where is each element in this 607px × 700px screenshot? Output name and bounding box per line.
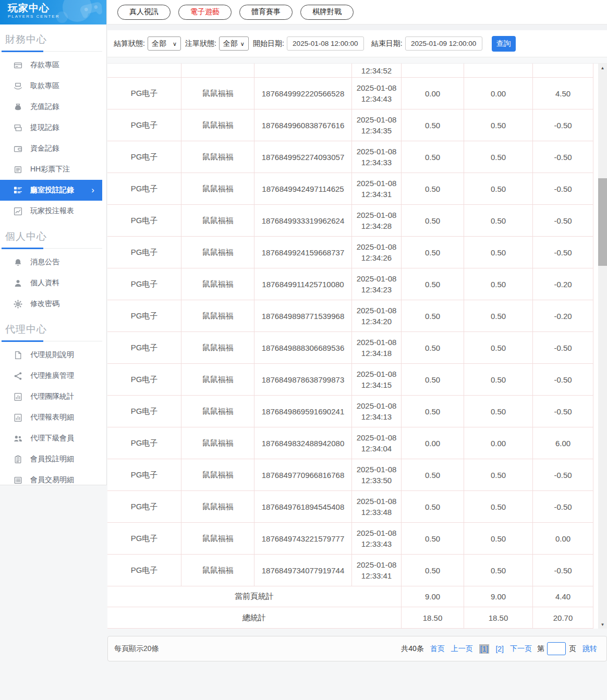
bet-id-cell: 1876849911425710080	[254, 268, 352, 300]
table-row-partial: 12:34:52	[107, 64, 593, 78]
sidebar-item-member-trades[interactable]: 會員交易明細	[0, 470, 102, 490]
page-size-text: 每頁顯示20條	[114, 644, 159, 654]
page-2-link[interactable]: [2]	[495, 645, 504, 653]
jump-page-input[interactable]	[547, 642, 566, 655]
vertical-scrollbar[interactable]: ▲ ▼	[598, 64, 607, 629]
sidebar-item-room-bet-log[interactable]: 廳室投註記錄›	[0, 180, 102, 201]
sidebar-item-cashout-log[interactable]: 提現記錄	[0, 117, 102, 138]
bet-time-cell: 2025-01-0812:34:13	[352, 396, 402, 427]
sidebar: 玩家中心 PLAYERS CENTER 財務中心存款專區取款專區充值記錄提現記錄…	[0, 0, 107, 485]
scrollbar-thumb[interactable]	[598, 178, 607, 266]
game-name-cell: 鼠鼠福福	[181, 332, 254, 363]
tab-electronic-games[interactable]: 電子遊藝	[178, 5, 232, 20]
filter-bar: 結算狀態: 全部 ∨ 注單狀態: 全部 ∨ 開始日期: 結束日期: 查詢	[107, 30, 607, 57]
sidebar-item-profile[interactable]: 個人資料	[0, 273, 102, 293]
tab-live-casino[interactable]: 真人視訊	[117, 5, 171, 20]
provider-cell: PG电子	[107, 364, 181, 395]
tab-sports[interactable]: 體育賽事	[239, 5, 293, 20]
game-name-cell: 鼠鼠福福	[181, 523, 254, 554]
bet-amount-cell: 0.50	[402, 364, 464, 395]
sidebar-item-recharge-log[interactable]: 充值記錄	[0, 96, 102, 117]
sidebar-item-funds-log[interactable]: 資金記錄	[0, 138, 102, 159]
sidebar-item-player-report[interactable]: 玩家投注報表	[0, 201, 102, 222]
winloss-cell: -0.50	[533, 396, 593, 427]
sidebar-item-label: 資金記錄	[30, 144, 59, 153]
sidebar-item-label: 代理推廣管理	[30, 371, 74, 380]
valid-bet-cell: 0.50	[464, 205, 533, 236]
bet-amount-cell: 0.50	[402, 332, 464, 363]
valid-bet-cell: 0.50	[464, 523, 533, 554]
sidebar-item-label: 代理規則說明	[30, 350, 74, 360]
provider-cell: PG电子	[107, 491, 181, 522]
sidebar-item-agent-team[interactable]: 代理團隊統計	[0, 386, 102, 407]
jump-button[interactable]: 跳转	[582, 644, 597, 654]
bet-time-cell: 2025-01-0812:33:48	[352, 491, 402, 522]
chevron-down-icon: ∨	[240, 41, 245, 46]
valid-bet-cell: 0.50	[464, 300, 533, 331]
scroll-down-arrow[interactable]: ▼	[598, 620, 607, 629]
settle-status-value: 全部	[152, 39, 166, 48]
table-row: PG电子鼠鼠福福18768499241596687372025-01-0812:…	[107, 237, 593, 268]
bet-id-cell: 1876849832488942080	[254, 427, 352, 459]
bet-time-cell: 12:34:52	[352, 64, 402, 77]
sidebar-item-password[interactable]: 修改密碼	[0, 293, 102, 314]
provider-cell: PG电子	[107, 332, 181, 363]
scroll-up-arrow[interactable]: ▲	[598, 64, 607, 72]
next-page-link[interactable]: 下一页	[510, 644, 532, 654]
bet-time-cell: 2025-01-0812:34:31	[352, 173, 402, 204]
provider-cell	[107, 64, 181, 77]
end-date-input[interactable]	[405, 36, 482, 51]
prev-page-link[interactable]: 上一页	[451, 644, 473, 654]
tab-board-games[interactable]: 棋牌對戰	[300, 5, 354, 20]
winloss-cell: -0.50	[533, 332, 593, 363]
stats-page-icon	[13, 392, 22, 401]
bet-amount-cell: 0.50	[402, 523, 464, 554]
bet-amount-cell: 0.00	[402, 427, 464, 459]
bet-id-cell: 1876849734077919744	[254, 555, 352, 586]
valid-bet-cell: 0.00	[464, 427, 533, 459]
total-summary-valid: 18.50	[464, 607, 533, 628]
start-date-input[interactable]	[287, 36, 364, 51]
bet-id-cell: 1876849898771539968	[254, 300, 352, 331]
bet-id-cell	[254, 64, 352, 77]
bet-amount-cell: 0.50	[402, 268, 464, 300]
sidebar-item-member-bets[interactable]: 會員投註明細	[0, 449, 102, 470]
sidebar-item-label: 個人資料	[30, 278, 59, 288]
game-name-cell: 鼠鼠福福	[181, 555, 254, 586]
sidebar-section-heading: 個人中心	[0, 226, 106, 248]
sidebar-item-announcements[interactable]: 消息公告	[0, 252, 102, 273]
order-status-select[interactable]: 全部 ∨	[219, 36, 249, 51]
sidebar-item-deposit[interactable]: 存款專區	[0, 55, 102, 76]
page-1-link[interactable]: [1]	[479, 644, 490, 654]
page-summary-row: 當前頁統計 9.00 9.00 4.40	[107, 586, 593, 607]
sidebar-item-agent-members[interactable]: 代理下級會員	[0, 428, 102, 449]
sidebar-item-agent-promo[interactable]: 代理推廣管理	[0, 365, 102, 386]
share-icon	[13, 371, 22, 380]
valid-bet-cell: 0.50	[464, 364, 533, 395]
sidebar-item-label: 修改密碼	[30, 299, 59, 309]
winloss-cell: -0.50	[533, 109, 593, 141]
bet-amount-cell: 0.00	[402, 78, 464, 109]
sidebar-item-hh-lottery[interactable]: HH彩票下注	[0, 159, 102, 180]
provider-cell: PG电子	[107, 427, 181, 459]
first-page-link[interactable]: 首页	[430, 644, 445, 654]
winloss-cell: -0.50	[533, 205, 593, 236]
settle-status-label: 結算狀態:	[114, 39, 145, 48]
bet-time-cell: 2025-01-0812:33:43	[352, 523, 402, 554]
sidebar-item-agent-rules[interactable]: 代理規則說明	[0, 345, 102, 365]
bet-amount-cell: 0.50	[402, 300, 464, 331]
winloss-cell: -0.50	[533, 141, 593, 173]
bet-amount-cell: 0.50	[402, 109, 464, 141]
settle-status-select[interactable]: 全部 ∨	[148, 36, 181, 51]
pagination-controls: 共40条 首页 上一页 [1] [2] 下一页 第 页 跳转	[401, 642, 597, 655]
sidebar-item-withdraw[interactable]: 取款專區	[0, 76, 102, 96]
table-row: PG电子鼠鼠福福18768499922205665282025-01-0812:…	[107, 78, 593, 109]
jump-prefix-label: 第	[537, 644, 544, 654]
spacer	[107, 57, 607, 63]
section-divider	[0, 341, 102, 341]
game-name-cell: 鼠鼠福福	[181, 78, 254, 109]
sidebar-item-agent-report[interactable]: 代理報表明細	[0, 407, 102, 428]
valid-bet-cell: 0.50	[464, 141, 533, 173]
provider-cell: PG电子	[107, 78, 181, 109]
query-button[interactable]: 查詢	[492, 36, 516, 52]
